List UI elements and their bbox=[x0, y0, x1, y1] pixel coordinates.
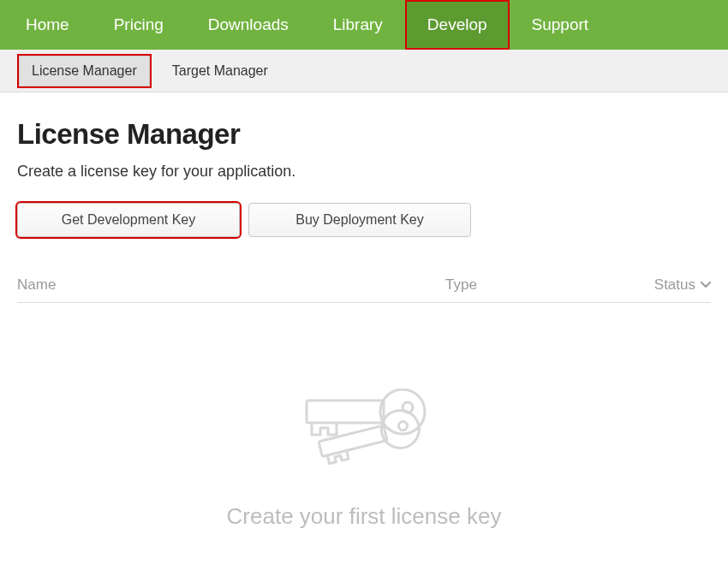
svg-point-2 bbox=[397, 421, 408, 431]
topnav-item-downloads[interactable]: Downloads bbox=[186, 0, 311, 50]
empty-state: Create your first license key bbox=[17, 303, 711, 530]
buy-deployment-key-button[interactable]: Buy Deployment Key bbox=[248, 203, 471, 237]
subnav-item-license-manager[interactable]: License Manager bbox=[19, 56, 150, 86]
column-header-name[interactable]: Name bbox=[17, 276, 445, 294]
topnav-item-support[interactable]: Support bbox=[510, 0, 612, 50]
svg-rect-3 bbox=[307, 401, 384, 423]
topnav-item-pricing[interactable]: Pricing bbox=[92, 0, 186, 50]
topnav-item-library[interactable]: Library bbox=[311, 0, 405, 50]
column-header-status[interactable]: Status bbox=[625, 276, 711, 294]
topnav-item-develop[interactable]: Develop bbox=[405, 0, 510, 50]
column-header-type[interactable]: Type bbox=[445, 276, 625, 294]
get-development-key-button[interactable]: Get Development Key bbox=[17, 203, 240, 237]
chevron-down-icon bbox=[701, 282, 711, 288]
keys-icon bbox=[291, 389, 437, 486]
button-row: Get Development Key Buy Deployment Key bbox=[17, 203, 711, 237]
page-title: License Manager bbox=[17, 118, 711, 151]
main-content: License Manager Create a license key for… bbox=[0, 92, 728, 530]
license-table-header: Name Type Status bbox=[17, 276, 711, 303]
empty-state-text: Create your first license key bbox=[17, 503, 711, 530]
top-nav: Home Pricing Downloads Library Develop S… bbox=[0, 0, 728, 50]
subnav-item-target-manager[interactable]: Target Manager bbox=[160, 56, 280, 86]
page-subtitle: Create a license key for your applicatio… bbox=[17, 163, 711, 181]
column-header-status-label: Status bbox=[654, 276, 695, 294]
sub-nav: License Manager Target Manager bbox=[0, 50, 728, 92]
topnav-item-home[interactable]: Home bbox=[3, 0, 92, 50]
